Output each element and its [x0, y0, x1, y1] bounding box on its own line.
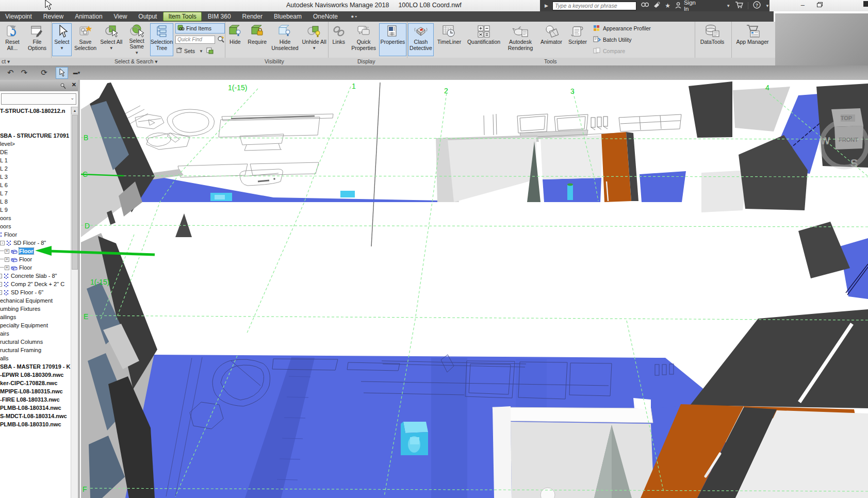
- tree-row[interactable]: airs: [0, 329, 71, 338]
- tree-row[interactable]: DE: [0, 148, 71, 156]
- tree-item-label[interactable]: L 1: [0, 157, 8, 163]
- tree-item-label[interactable]: L 6: [0, 182, 8, 188]
- app-manager-button[interactable]: App Manager: [732, 23, 773, 56]
- hide-unselected-button[interactable]: Hide Unselected: [270, 23, 300, 56]
- tab-viewpoint[interactable]: Viewpoint: [0, 12, 37, 21]
- help-dropdown-icon[interactable]: ▼: [765, 4, 769, 8]
- tree-item-label[interactable]: ailings: [0, 314, 16, 320]
- collapse-icon[interactable]: -: [0, 290, 2, 295]
- restore-button[interactable]: [817, 1, 823, 9]
- tree-row[interactable]: +Floor: [0, 263, 71, 272]
- tree-item-label[interactable]: Floor: [4, 231, 17, 238]
- tab-animation[interactable]: Animation: [70, 12, 107, 21]
- tree-item-label[interactable]: ructural Framing: [0, 347, 41, 353]
- tree-row[interactable]: Floor: [0, 230, 71, 239]
- batch-utility-button[interactable]: Batch Utility: [593, 35, 651, 45]
- select-all-button[interactable]: Select All▼: [99, 23, 123, 56]
- file-options-button[interactable]: File Options: [25, 23, 49, 56]
- tree-item-label[interactable]: DE: [0, 149, 8, 155]
- tab-onenote[interactable]: OneNote: [308, 12, 343, 21]
- redo-icon[interactable]: ↷: [21, 68, 28, 77]
- tree-item-label[interactable]: Floor: [19, 256, 32, 262]
- tree-item-label[interactable]: SBA - STRUCTURE 17091: [0, 132, 69, 139]
- help-icon[interactable]: ?: [753, 1, 761, 10]
- tree-row[interactable]: oors: [0, 222, 71, 230]
- tree-item-label[interactable]: oors: [0, 223, 11, 229]
- expand-icon[interactable]: +: [5, 257, 9, 262]
- tree-scope-dropdown[interactable]: ⌄: [1, 93, 76, 105]
- tab-bim-360[interactable]: BIM 360: [203, 12, 236, 21]
- tree-row[interactable]: L 6: [0, 181, 71, 189]
- tree-item-label[interactable]: PLMB-L08-180310.nwc: [0, 421, 61, 427]
- tree-row[interactable]: L 9: [0, 206, 71, 214]
- save-selection-button[interactable]: Save Selection: [73, 23, 98, 56]
- autodesk-rendering-button[interactable]: Autodesk Rendering: [504, 23, 537, 56]
- tree-row[interactable]: -SD Floor - 8": [0, 239, 71, 247]
- search-icon[interactable]: [641, 2, 649, 10]
- tree-row[interactable]: ructural Columns: [0, 338, 71, 346]
- reset-all-button[interactable]: Reset All...: [1, 23, 24, 56]
- tree-item-label[interactable]: T-STRUCT-L08-180212.n: [0, 108, 65, 114]
- tree-row[interactable]: [0, 115, 71, 123]
- hide-button[interactable]: Hide: [226, 23, 244, 56]
- favorites-star-icon[interactable]: ★: [665, 2, 670, 9]
- quick-find-input[interactable]: Quick Find: [175, 36, 215, 44]
- tree-item-label[interactable]: pecialty Equipment: [0, 322, 48, 328]
- select-tool-button[interactable]: [56, 67, 68, 79]
- sign-in-dropdown-icon[interactable]: ▼: [726, 4, 730, 8]
- tree-item-label[interactable]: echanical Equipment: [0, 297, 53, 304]
- viewcube-west[interactable]: W: [821, 135, 830, 146]
- sets-dropdown[interactable]: Sets: [184, 48, 195, 54]
- tree-row[interactable]: alls: [0, 354, 71, 362]
- tree-item-label[interactable]: L 9: [0, 207, 8, 213]
- tree-item-label[interactable]: ructural Columns: [0, 339, 43, 345]
- tool-dropdown-icon[interactable]: ▬▾: [73, 70, 80, 75]
- tree-item-label[interactable]: Concrete Slab - 8": [11, 273, 57, 279]
- timeliner-button[interactable]: TimeLiner: [435, 23, 464, 56]
- collapse-icon[interactable]: -: [0, 241, 5, 245]
- close-panel-icon[interactable]: ✕: [72, 81, 76, 88]
- select-button[interactable]: Select▼: [52, 23, 72, 56]
- tree-item-label[interactable]: level>: [0, 141, 15, 147]
- tree-row[interactable]: +Floor: [0, 247, 71, 255]
- tree-row[interactable]: -EPWR L08-180309.nwc: [0, 371, 71, 379]
- tree-row[interactable]: S-MDCT-L08-180314.nwc: [0, 412, 71, 420]
- viewcube-top-face[interactable]: TOP: [841, 115, 852, 121]
- tree-row[interactable]: L 1: [0, 156, 71, 164]
- tree-item-label[interactable]: L 3: [0, 174, 8, 180]
- tree-row[interactable]: L 2: [0, 164, 71, 173]
- viewcube-front-face[interactable]: FRONT: [839, 137, 858, 143]
- find-items-button[interactable]: Find Items: [175, 23, 225, 34]
- tree-row[interactable]: umbing Fixtures: [0, 305, 71, 313]
- refresh-icon[interactable]: ⟳: [41, 68, 47, 77]
- appearance-profiler-button[interactable]: Appearance Profiler: [593, 23, 651, 34]
- tree-item-label[interactable]: L 8: [0, 198, 8, 205]
- tree-row[interactable]: L 3: [0, 173, 71, 181]
- links-button[interactable]: Links: [329, 23, 349, 56]
- tree-row[interactable]: oors: [0, 214, 71, 222]
- tree-row[interactable]: ailings: [0, 313, 71, 321]
- scrollbar-thumb[interactable]: [72, 115, 78, 270]
- tab-output[interactable]: Output: [133, 12, 162, 21]
- tree-row[interactable]: [0, 123, 71, 131]
- tree-item-label[interactable]: L 7: [0, 190, 8, 196]
- quick-properties-button[interactable]: Quick Properties: [350, 23, 378, 56]
- tree-item-label[interactable]: oors: [0, 215, 11, 221]
- tree-row[interactable]: echanical Equipment: [0, 296, 71, 305]
- tree-item-label[interactable]: PLMB-L08-180314.nwc: [0, 405, 61, 411]
- expand-icon[interactable]: +: [5, 265, 9, 270]
- infocenter-expand-icon[interactable]: ▶: [545, 3, 548, 8]
- 3d-viewport-canvas[interactable]: 1(-15) 1 2 3 4 B C D E F 1(-15) TOP FRON…: [80, 80, 868, 498]
- tree-item-label[interactable]: MPIPE-L08-180315.nwc: [0, 388, 63, 394]
- animator-button[interactable]: Animator: [538, 23, 565, 56]
- tree-row[interactable]: +Floor: [0, 255, 71, 263]
- tree-row[interactable]: -FIRE L08-180313.nwc: [0, 395, 71, 404]
- tree-row[interactable]: -Comp 2" Deck + 2" C: [0, 280, 71, 288]
- tree-item-label[interactable]: Floor: [19, 264, 32, 271]
- tree-row[interactable]: L 8: [0, 197, 71, 206]
- tree-row[interactable]: T-STRUCT-L08-180212.n: [0, 107, 71, 115]
- tree-row[interactable]: pecialty Equipment: [0, 321, 71, 329]
- viewcube-south[interactable]: S: [850, 157, 858, 170]
- tree-item-label[interactable]: -EPWR L08-180309.nwc: [0, 372, 64, 378]
- tree-item-label[interactable]: SBA - MASTER 170919 - K: [0, 363, 71, 370]
